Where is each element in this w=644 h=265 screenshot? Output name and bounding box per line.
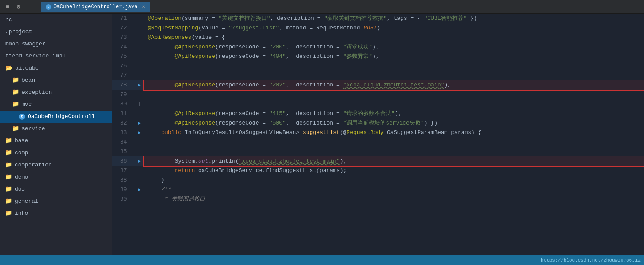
table-row: 76 (112, 61, 644, 71)
line-number: 83 (112, 128, 134, 137)
sidebar-item-service-impl[interactable]: ttend.service.impl (0, 50, 112, 62)
line-content: @RequestMapping(value = "/suggest-list",… (144, 23, 644, 33)
line-gutter (134, 166, 144, 176)
sidebar-item-bean[interactable]: 📁 bean (0, 74, 112, 86)
sidebar-label-bean: bean (22, 76, 35, 85)
sidebar-item-aicube[interactable]: ai.cube (0, 62, 112, 74)
line-gutter (134, 61, 144, 71)
sidebar-label-doc: doc (15, 185, 25, 194)
table-row: 83 ▶ public InfoQueryResult<OaSuggestVie… (112, 128, 644, 137)
line-content-83: public InfoQueryResult<OaSuggestViewBean… (144, 128, 644, 137)
line-gutter (134, 52, 144, 61)
tab-close-button[interactable]: ✕ (142, 3, 145, 10)
line-content: @ApiResponse(responseCode = "415", descr… (144, 109, 644, 118)
line-number: 75 (112, 52, 134, 61)
code-table: 71 @Operation(summary = "关键文档推荐接口", desc… (112, 14, 644, 204)
sidebar-item-exception[interactable]: 📁 exception (0, 86, 112, 99)
title-bar: ≡ ⚙ — C OaCubeBridgeController.java ✕ (0, 0, 644, 14)
line-content: @Operation(summary = "关键文档推荐接口", descrip… (144, 14, 644, 23)
line-number: 86 (112, 156, 134, 166)
line-content (144, 147, 644, 156)
line-number: 76 (112, 61, 134, 71)
line-number: 82 (112, 118, 134, 128)
table-row: 89 ▶ /** (112, 185, 644, 195)
sidebar-item-base[interactable]: 📁 base (0, 135, 112, 147)
folder-icon-exception: 📁 (12, 88, 19, 97)
table-row: 74 @ApiResponse(responseCode = "200", de… (112, 42, 644, 52)
line-gutter-82: ▶ (134, 118, 144, 128)
line-number: 85 (112, 147, 134, 156)
table-row: 78 ▶ @ApiResponse(responseCode = "202", … (112, 80, 644, 90)
line-gutter (134, 71, 144, 80)
sidebar-item-doc[interactable]: 📁 doc (0, 183, 112, 195)
line-gutter-83: ▶ (134, 128, 144, 137)
line-number: 74 (112, 42, 134, 52)
line-number: 71 (112, 14, 134, 23)
sidebar-label-general: general (15, 197, 38, 206)
line-number: 73 (112, 33, 134, 42)
line-number: 72 (112, 23, 134, 33)
line-number: 90 (112, 195, 134, 204)
line-gutter (134, 176, 144, 185)
table-row: 77 (112, 71, 644, 80)
code-editor[interactable]: 71 @Operation(summary = "关键文档推荐接口", desc… (112, 14, 644, 255)
folder-icon-demo: 📁 (5, 172, 12, 182)
sidebar-item-mvc[interactable]: 📁 mvc (0, 99, 112, 111)
sidebar-item-comp[interactable]: 📁 comp (0, 147, 112, 159)
sidebar-item-controller[interactable]: C OaCubeBridgeControll (0, 111, 112, 123)
sidebar: rc .project mmon.swagger ttend.service.i… (0, 14, 112, 255)
folder-icon-info: 📁 (5, 209, 12, 218)
sidebar-label-service: service (22, 124, 45, 134)
sidebar-item-common-swagger[interactable]: mmon.swagger (0, 38, 112, 50)
sidebar-label-project: .project (5, 27, 32, 37)
line-content (144, 99, 644, 109)
table-row: 81 @ApiResponse(responseCode = "415", de… (112, 109, 644, 118)
sidebar-item-cooperation[interactable]: 📁 cooperation (0, 159, 112, 171)
line-gutter (134, 23, 144, 33)
icon-minimize[interactable]: — (26, 3, 34, 11)
table-row: 71 @Operation(summary = "关键文档推荐接口", desc… (112, 14, 644, 23)
line-gutter-86: ▶ (134, 156, 144, 166)
icon-layers[interactable]: ≡ (3, 3, 11, 11)
gutter-bookmark-icon-82: ▶ (138, 121, 141, 126)
gutter-bookmark-icon-89: ▶ (138, 187, 141, 192)
file-icon-c: C (19, 114, 25, 120)
sidebar-item-general[interactable]: 📁 general (0, 195, 112, 208)
sidebar-item-project[interactable]: .project (0, 26, 112, 38)
sidebar-label-aicube: ai.cube (15, 64, 39, 73)
line-number: 79 (112, 90, 134, 99)
editor-tab[interactable]: C OaCubeBridgeController.java ✕ (41, 2, 150, 12)
line-number: 89 (112, 185, 134, 195)
table-row: 84 (112, 137, 644, 147)
folder-icon-bean: 📁 (12, 76, 19, 85)
sidebar-label-cooperation: cooperation (15, 160, 52, 170)
line-gutter-78: ▶ (134, 80, 144, 90)
folder-icon-aicube (5, 64, 13, 73)
tab-label: OaCubeBridgeController.java (54, 4, 137, 10)
line-number: 78 (112, 80, 134, 90)
sidebar-label-info: info (15, 209, 28, 218)
table-row: 75 @ApiResponse(responseCode = "404", de… (112, 52, 644, 61)
table-row: 73 @ApiResponses(value = { (112, 33, 644, 42)
tab-file-icon: C (46, 4, 51, 10)
sidebar-item-rc[interactable]: rc (0, 14, 112, 26)
status-bar: https://blog.csdn.net/zhou920786312 (0, 255, 644, 265)
sidebar-item-service[interactable]: 📁 service (0, 123, 112, 135)
sidebar-label-rc: rc (5, 15, 12, 25)
line-content-78: @ApiResponse(responseCode = "202", descr… (144, 80, 644, 90)
line-gutter (134, 195, 144, 204)
table-row: 88 } (112, 176, 644, 185)
sidebar-label-mvc: mvc (22, 100, 32, 109)
line-content: @ApiResponses(value = { (144, 33, 644, 42)
folder-icon-general: 📁 (5, 197, 12, 206)
status-url: https://blog.csdn.net/zhou920786312 (541, 258, 641, 263)
icon-settings[interactable]: ⚙ (15, 3, 22, 11)
line-gutter (134, 90, 144, 99)
line-gutter (134, 137, 144, 147)
sidebar-item-info[interactable]: 📁 info (0, 208, 112, 220)
line-content (144, 61, 644, 71)
line-content-86: System.out.println("xcoa-cloud-zhoufei-t… (144, 156, 644, 166)
line-gutter (134, 33, 144, 42)
sidebar-item-demo[interactable]: 📁 demo (0, 171, 112, 183)
folder-icon-service: 📁 (12, 124, 19, 134)
